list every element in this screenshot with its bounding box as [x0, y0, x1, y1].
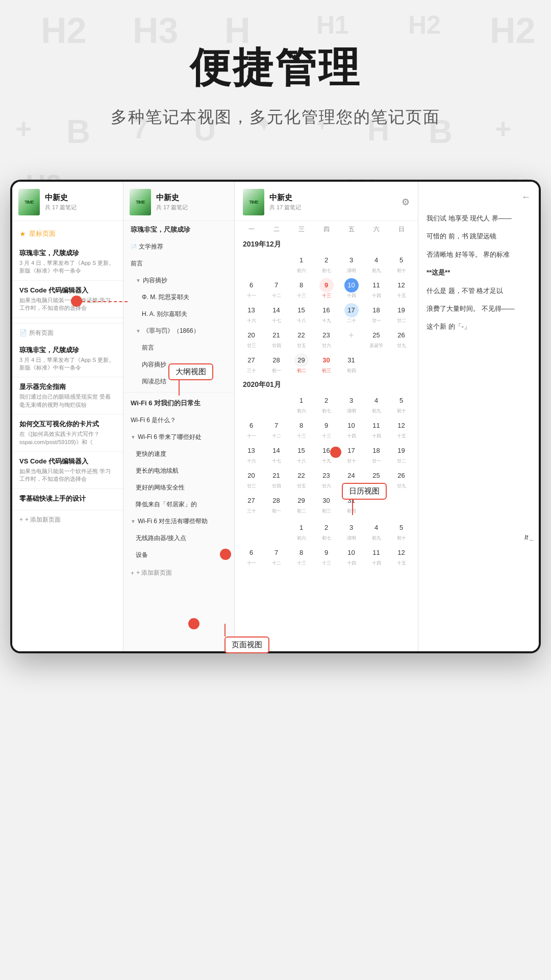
cal-dec-20[interactable]: 20廿三: [239, 326, 264, 351]
p-2[interactable]: 2初七: [314, 519, 339, 544]
outline-wifi-9[interactable]: 设备: [123, 547, 234, 564]
cal-dec-7[interactable]: 7十二: [264, 276, 289, 301]
p-4[interactable]: 4初九: [364, 519, 389, 544]
jan-15[interactable]: 15十八: [289, 442, 314, 467]
cal-dec-8[interactable]: 8十三: [289, 276, 314, 301]
outline-wifi-5[interactable]: 更好的网络安全性: [123, 479, 234, 496]
cal-dec-13[interactable]: 13十六: [239, 301, 264, 326]
cal-dec-18[interactable]: 18廿一: [364, 301, 389, 326]
cal-dec-28[interactable]: 28初一: [264, 351, 289, 376]
cal-dec-14[interactable]: 14十七: [264, 301, 289, 326]
gear-icon[interactable]: ⚙: [402, 197, 410, 208]
jan-4[interactable]: 4初九: [364, 391, 389, 416]
cal-dec-9[interactable]: 9十三: [314, 276, 339, 301]
jan-9[interactable]: 9十三: [314, 416, 339, 442]
p-9[interactable]: 9十三: [314, 544, 339, 569]
cal-dec-23[interactable]: 23廿六: [314, 326, 339, 351]
outline-item-5[interactable]: H. A. 别尔嘉耶夫: [123, 306, 234, 323]
outline-item-4[interactable]: Φ. M. 陀思妥耶夫: [123, 289, 234, 306]
cal-dec-11[interactable]: 11十四: [364, 276, 389, 301]
p-1[interactable]: 1初六: [289, 519, 314, 544]
cal-dec-6[interactable]: 6十一: [239, 276, 264, 301]
jan-29[interactable]: 29初二: [289, 492, 314, 517]
outline-wifi-1[interactable]: Wi-Fi 6 是什么？: [123, 412, 234, 429]
cal-dec-16[interactable]: 16十九: [314, 301, 339, 326]
outline-wifi-6[interactable]: 降低来自「邻居家」的: [123, 496, 234, 513]
p-7[interactable]: 7十二: [264, 544, 289, 569]
cal-dec-30[interactable]: 30初三: [314, 351, 339, 376]
cal-dec-26[interactable]: 26廿九: [389, 326, 414, 351]
jan-27[interactable]: 27三十: [239, 492, 264, 517]
p-12[interactable]: 12十五: [389, 544, 414, 569]
p-11[interactable]: 11十四: [364, 544, 389, 569]
jan-26[interactable]: 26廿九: [389, 467, 414, 492]
cal-dec-27[interactable]: 27三十: [239, 351, 264, 376]
outline-wifi-2[interactable]: ▼ Wi-Fi 6 带来了哪些好处: [123, 429, 234, 446]
cal-dec-10[interactable]: 10十四: [339, 276, 364, 301]
jan-18[interactable]: 18廿一: [364, 442, 389, 467]
p-5[interactable]: 5初十: [389, 519, 414, 544]
jan-12[interactable]: 12十五: [389, 416, 414, 442]
p-8[interactable]: 8十三: [289, 544, 314, 569]
list-note-4[interactable]: 显示器完全指南 我们通过自己的眼睛感受现实世 受着毫无束缚的视野与绚烂缤纷: [12, 377, 123, 414]
outline-wifi-8[interactable]: 无线路由器/接入点: [123, 530, 234, 547]
jan-13[interactable]: 13十六: [239, 442, 264, 467]
jan-3[interactable]: 3清明: [339, 391, 364, 416]
jan-2[interactable]: 2初七: [314, 391, 339, 416]
outline-wifi-4[interactable]: 更长的电池续航: [123, 462, 234, 479]
outline-item-6[interactable]: ▼ 《罪与罚》（1866）: [123, 323, 234, 339]
jan-5[interactable]: 5初十: [389, 391, 414, 416]
starred-pages[interactable]: ★ 星标页面: [12, 224, 123, 243]
outline-wifi-3[interactable]: 更快的速度: [123, 446, 234, 462]
list-note-3[interactable]: 琼瑰非宝，尺牍成珍 3 月 4 日，苹果发布了《App S 更新。新版《标准》中…: [12, 340, 123, 378]
cal-dec-15[interactable]: 15十八: [289, 301, 314, 326]
outline-item-3[interactable]: ▼ 内容摘抄: [123, 272, 234, 289]
jan-20[interactable]: 20廿三: [239, 467, 264, 492]
outline-wifi-7[interactable]: ▼ Wi-Fi 6 对生活有哪些帮助: [123, 513, 234, 530]
cal-dec-22[interactable]: 22廿五: [289, 326, 314, 351]
cal-dec-1[interactable]: 1初六: [289, 251, 314, 276]
jan-1[interactable]: 1初六: [289, 391, 314, 416]
cal-dec-31[interactable]: 31初四: [339, 351, 364, 376]
outline-item-2[interactable]: 前言: [123, 255, 234, 272]
cal-dec-2[interactable]: 2初七: [314, 251, 339, 276]
cal-dec-29[interactable]: 29初二: [289, 351, 314, 376]
cal-dec-19[interactable]: 19廿二: [389, 301, 414, 326]
p-6[interactable]: 6十一: [239, 544, 264, 569]
p-10[interactable]: 10十四: [339, 544, 364, 569]
jan-17[interactable]: 17廿十: [339, 442, 364, 467]
list-note-5[interactable]: 如何交互可视化你的卡片式 在《[如何高效实践卡片式写作？ sspai.com/p…: [12, 414, 123, 452]
cal-dec-3[interactable]: 3清明: [339, 251, 364, 276]
cal-dec-5[interactable]: 5初十: [389, 251, 414, 276]
outline-item-1[interactable]: 📄 文学推荐: [123, 238, 234, 255]
jan-22[interactable]: 22廿五: [289, 467, 314, 492]
list-note-6[interactable]: VS Code 代码编辑器入 如果当电脑只能装一个软件还熊 学习工作时，不知道你…: [12, 452, 123, 489]
jan-14[interactable]: 14十七: [264, 442, 289, 467]
outline-wifi-title[interactable]: Wi-Fi 6 对我们的日常生: [123, 395, 234, 412]
outline-main-title[interactable]: 琼瑰非宝，尺牍成珍: [123, 221, 234, 238]
jan-7[interactable]: 7十二: [264, 416, 289, 442]
jan-11[interactable]: 11十四: [364, 416, 389, 442]
cal-dec-24-add[interactable]: +: [339, 326, 364, 351]
add-page-list[interactable]: + + 添加新页面: [12, 510, 123, 529]
list-note-2[interactable]: VS Code 代码编辑器入 如果当电脑只能装一个软件还熊 学习工作时，不知道你…: [12, 281, 123, 318]
cal-dec-12[interactable]: 12十五: [389, 276, 414, 301]
jan-10[interactable]: 10十四: [339, 416, 364, 442]
jan-30[interactable]: 30初三: [314, 492, 339, 517]
back-arrow[interactable]: ←: [521, 189, 531, 205]
jan-6[interactable]: 6十一: [239, 416, 264, 442]
cal-dec-25[interactable]: 25圣诞节: [364, 326, 389, 351]
cal-dec-17[interactable]: 17二十: [339, 301, 364, 326]
cal-dec-21[interactable]: 21廿四: [264, 326, 289, 351]
p-3[interactable]: 3清明: [339, 519, 364, 544]
cal-dec-4[interactable]: 4初九: [364, 251, 389, 276]
outline-item-7[interactable]: 前言: [123, 339, 234, 356]
list-note-7[interactable]: 零基础快读上手的设计: [12, 489, 123, 510]
jan-23[interactable]: 23廿六: [314, 467, 339, 492]
add-page-outline[interactable]: + + 添加新页面: [123, 564, 234, 582]
jan-28[interactable]: 28初一: [264, 492, 289, 517]
jan-19[interactable]: 19廿二: [389, 442, 414, 467]
list-note-1[interactable]: 琼瑰非宝，尺牍成珍 3 月 4 日，苹果发布了《App S 更新。新版《标准》中…: [12, 243, 123, 281]
jan-8[interactable]: 8十三: [289, 416, 314, 442]
jan-21[interactable]: 21廿四: [264, 467, 289, 492]
